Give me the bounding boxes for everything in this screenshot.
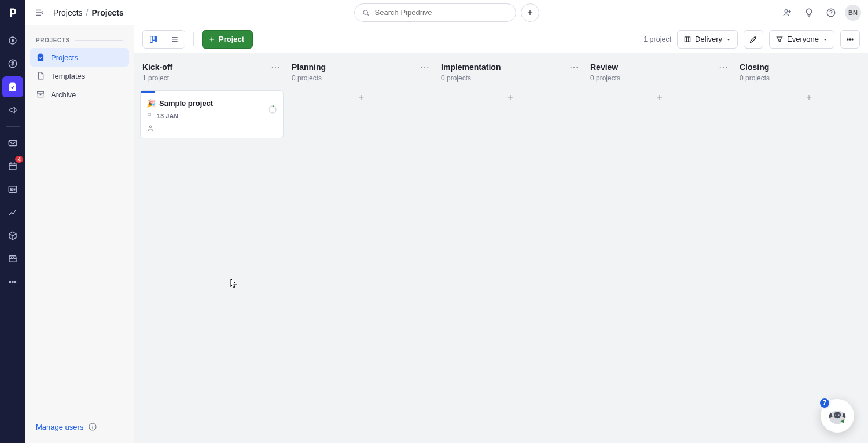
column-subtitle: 1 project: [140, 74, 284, 87]
add-card-button[interactable]: [588, 89, 731, 105]
help-assistant-badge: 7: [818, 397, 831, 409]
add-card-button[interactable]: [737, 89, 868, 105]
user-icon: [146, 124, 155, 132]
svg-point-21: [847, 38, 848, 39]
svg-point-25: [149, 126, 152, 128]
column-title: Closing: [740, 63, 769, 72]
svg-rect-16: [153, 36, 155, 40]
sidebar-item-label: Templates: [51, 72, 85, 80]
toolbar-more-button[interactable]: [840, 30, 860, 49]
nav-projects-icon[interactable]: [2, 76, 23, 97]
plus-icon: [357, 93, 365, 101]
pencil-icon: [749, 35, 758, 44]
svg-point-28: [835, 415, 836, 416]
manage-users-link[interactable]: Manage users: [36, 423, 83, 431]
sidebar-section-title: PROJECTS: [30, 37, 129, 48]
nav-deals-icon[interactable]: [2, 53, 23, 74]
nav-activities-badge: 4: [14, 155, 24, 164]
column-menu-button[interactable]: ⋯: [718, 61, 729, 73]
nav-mail-icon[interactable]: [2, 133, 23, 153]
plus-icon: [656, 93, 664, 101]
invite-users-icon[interactable]: [779, 5, 795, 21]
search-input[interactable]: [375, 8, 509, 17]
people-filter-button[interactable]: Everyone: [769, 30, 834, 49]
nav-divider: [6, 126, 20, 127]
column-title: Review: [590, 63, 618, 72]
project-count-text: 1 project: [643, 35, 671, 43]
sidebar-collapse-button[interactable]: [32, 6, 46, 20]
help-icon[interactable]: [823, 5, 839, 21]
kanban-board: Kick-off ⋯ 1 project 🎉 Sample project 13…: [134, 53, 868, 443]
clipboard-check-icon: [36, 53, 45, 62]
search-box[interactable]: [354, 3, 516, 22]
app-logo[interactable]: [0, 0, 25, 25]
tips-icon[interactable]: [801, 5, 817, 21]
column-menu-button[interactable]: ⋯: [419, 61, 431, 73]
new-project-button[interactable]: Project: [202, 30, 253, 49]
column-subtitle: 0 projects: [737, 74, 868, 87]
board-filter-label: Delivery: [695, 35, 722, 43]
column-subtitle: 0 projects: [439, 74, 582, 87]
nav-more-icon[interactable]: [2, 272, 23, 292]
svg-rect-18: [685, 36, 686, 41]
caret-down-icon: [726, 36, 731, 42]
add-card-button[interactable]: [289, 89, 433, 105]
svg-point-9: [14, 281, 16, 283]
nav-products-icon[interactable]: [2, 225, 23, 246]
nav-activities-icon[interactable]: 4: [2, 156, 23, 177]
breadcrumb-current: Projects: [91, 8, 123, 17]
flag-icon: [146, 112, 153, 119]
column-menu-button[interactable]: ⋯: [270, 61, 281, 73]
user-avatar[interactable]: BN: [845, 5, 861, 21]
funnel-icon: [775, 35, 784, 43]
svg-point-1: [12, 40, 14, 42]
board-filter-button[interactable]: Delivery: [677, 30, 738, 49]
people-filter-label: Everyone: [787, 35, 819, 43]
kanban-icon: [149, 35, 158, 44]
add-card-button[interactable]: [439, 89, 582, 105]
archive-icon: [36, 90, 45, 99]
card-due-date: 13 JAN: [157, 112, 178, 119]
list-view-button[interactable]: [164, 31, 185, 48]
columns-icon: [683, 35, 692, 43]
project-card[interactable]: 🎉 Sample project 13 JAN: [140, 90, 284, 138]
column-title: Kick-off: [142, 63, 172, 72]
nav-rail: 4: [0, 0, 25, 443]
caret-down-icon: [822, 36, 828, 42]
view-toggle: [142, 30, 185, 49]
dots-icon: [845, 35, 855, 44]
help-assistant-button[interactable]: 7: [821, 399, 854, 433]
column-subtitle: 0 projects: [588, 74, 731, 87]
file-icon: [36, 71, 45, 80]
svg-point-10: [363, 10, 367, 14]
nav-contacts-icon[interactable]: [2, 179, 23, 200]
svg-rect-17: [155, 36, 156, 41]
kanban-view-button[interactable]: [143, 31, 164, 48]
board-column-implementation: Implementation ⋯ 0 projects: [439, 57, 582, 437]
card-title: Sample project: [159, 99, 213, 108]
plus-icon: [506, 93, 514, 101]
toolbar: Project 1 project Delivery Everyone: [134, 25, 868, 53]
nav-insights-icon[interactable]: [2, 202, 23, 223]
quick-add-button[interactable]: [521, 3, 539, 22]
svg-point-7: [9, 281, 10, 283]
column-menu-button[interactable]: ⋯: [568, 61, 580, 73]
sidebar-item-label: Projects: [51, 53, 78, 62]
sidebar-item-projects[interactable]: Projects: [30, 48, 129, 67]
plus-icon: [526, 9, 534, 17]
sidebar-item-templates[interactable]: Templates: [30, 67, 129, 85]
search-icon: [362, 8, 370, 17]
board-column-kickoff: Kick-off ⋯ 1 project 🎉 Sample project 13…: [140, 57, 284, 437]
svg-point-8: [12, 281, 13, 283]
edit-board-button[interactable]: [744, 30, 763, 49]
svg-point-23: [852, 38, 853, 39]
nav-leads-icon[interactable]: [2, 30, 23, 51]
svg-rect-20: [689, 36, 690, 41]
sidebar-item-archive[interactable]: Archive: [30, 85, 129, 104]
info-icon[interactable]: [88, 422, 97, 431]
nav-campaigns-icon[interactable]: [2, 100, 23, 120]
nav-marketplace-icon[interactable]: [2, 248, 23, 269]
breadcrumb-root[interactable]: Projects: [53, 8, 83, 17]
svg-rect-19: [687, 36, 689, 41]
card-progress-ring: [268, 105, 277, 114]
